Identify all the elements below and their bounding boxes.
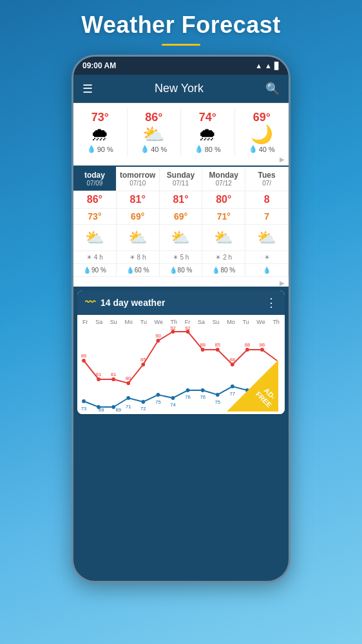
svg-point-26 [82, 399, 86, 403]
daily-header-tuesday[interactable]: Tues 07/ [245, 167, 289, 191]
hourly-icon-3: 🌙 [251, 126, 273, 144]
status-bar: 09:00 AM ▲ ▲ ▊ [73, 57, 289, 75]
daily-rain-sunday: 💧 80 % [160, 264, 203, 276]
search-icon[interactable]: 🔍 [265, 82, 280, 96]
svg-point-4 [111, 377, 115, 381]
svg-point-10 [157, 339, 160, 343]
city-name: New York [155, 82, 204, 95]
hourly-rain-3: 💧40 % [249, 145, 275, 153]
chart-area: 86 81 81 80 85 90 92 92 88 [84, 328, 278, 412]
daily-high-monday: 80° [202, 191, 245, 208]
daily-low-monday: 71° [202, 209, 245, 224]
day-label-13: Th [272, 319, 280, 325]
svg-text:86: 86 [260, 342, 265, 348]
page-title: Weather Forecast [81, 12, 280, 39]
hourly-temp-0: 73° [91, 111, 109, 124]
hourly-icon-0: 🌧 [91, 126, 109, 144]
svg-text:81: 81 [111, 372, 117, 377]
svg-text:85: 85 [140, 357, 146, 363]
daily-header-sunday[interactable]: Sunday 07/11 [160, 167, 203, 191]
svg-text:75: 75 [155, 399, 161, 405]
svg-point-22 [245, 348, 249, 352]
forecast14-section: 〰 14 day weather ⋮ Fr Sa Su Mo Tu We Th … [77, 290, 285, 414]
daily-sun-tuesday: ☀ [245, 251, 289, 263]
hourly-icon-2: 🌧 [198, 126, 216, 144]
svg-text:92: 92 [185, 325, 191, 331]
wifi-icon: ▲ [255, 62, 262, 70]
svg-point-40 [186, 388, 190, 392]
svg-point-30 [111, 405, 115, 409]
hourly-rain-0: 💧90 % [87, 145, 113, 153]
status-icons: ▲ ▲ ▊ [255, 62, 280, 70]
day-label-8: Sa [198, 319, 205, 325]
svg-point-32 [126, 396, 130, 400]
svg-point-42 [201, 388, 205, 392]
daily-high-today: 86° [73, 191, 117, 208]
svg-text:76: 76 [185, 394, 191, 400]
svg-text:86: 86 [81, 353, 87, 359]
svg-point-44 [216, 393, 220, 397]
daily-low-today: 73° [73, 209, 117, 224]
svg-text:81: 81 [96, 372, 102, 377]
daily-icon-sunday: ⛅ [160, 225, 203, 251]
svg-point-0 [82, 359, 86, 363]
hourly-temp-3: 69° [253, 111, 271, 124]
forecast14-title-text: 14 day weather [100, 298, 165, 308]
day-labels-row: Fr Sa Su Mo Tu We Th Fr Sa Su Mo Tu We T… [82, 319, 280, 325]
svg-text:73: 73 [81, 406, 87, 412]
hourly-temp-1: 86° [145, 111, 162, 124]
svg-point-38 [171, 396, 175, 400]
day-label-7: Fr [185, 319, 191, 325]
day-label-3: Mo [125, 319, 133, 325]
svg-text:80: 80 [126, 375, 131, 381]
hourly-rain-2: 💧80 % [195, 145, 221, 153]
hourly-item: 74° 🌧 💧80 % [181, 108, 235, 156]
title-underline [162, 44, 200, 46]
forecast14-header: 〰 14 day weather ⋮ [77, 290, 285, 315]
phone-frame: 09:00 AM ▲ ▲ ▊ ☰ New York 🔍 73° 🌧 💧90 % … [71, 55, 291, 583]
svg-text:90: 90 [155, 333, 161, 339]
day-label-9: Su [213, 319, 220, 325]
svg-text:74: 74 [170, 402, 176, 408]
daily-icon-monday: ⛅ [202, 225, 245, 251]
svg-point-34 [141, 400, 145, 404]
svg-text:88: 88 [200, 342, 205, 348]
hourly-temp-2: 74° [199, 111, 216, 124]
svg-point-16 [201, 348, 205, 352]
daily-header-monday[interactable]: Monday 07/12 [202, 167, 245, 191]
svg-point-18 [216, 348, 220, 352]
daily-low-tuesday: 7 [245, 209, 289, 224]
svg-text:85: 85 [214, 342, 220, 348]
hourly-rain-1: 💧40 % [140, 145, 167, 153]
hourly-item: 86° ⛅ 💧40 % [128, 108, 182, 156]
hourly-icon-1: ⛅ [142, 126, 165, 144]
svg-text:92: 92 [170, 325, 176, 331]
daily-header-today[interactable]: today 07/09 [73, 167, 117, 191]
day-label-12: We [256, 319, 265, 325]
day-label-0: Fr [82, 319, 88, 325]
hourly-section: 73° 🌧 💧90 % 86° ⛅ 💧40 % 74° 🌧 💧80 % 69° … [73, 103, 289, 166]
daily-rain-tuesday: 💧 [245, 264, 289, 276]
daily-icon-tomorrow: ⛅ [117, 225, 160, 251]
daily-low-tomorrow: 69° [117, 209, 160, 224]
daily-rain-today: 💧 90 % [73, 264, 117, 276]
svg-point-2 [97, 377, 100, 381]
app-bar: ☰ New York 🔍 [73, 75, 289, 103]
day-label-6: Th [171, 319, 178, 325]
daily-high-sunday: 81° [160, 191, 203, 208]
hourly-item: 73° 🌧 💧90 % [73, 108, 128, 156]
signal-icon: ▲ [265, 62, 272, 70]
daily-section: today 07/09 tomorrow 07/10 Sunday 07/11 … [73, 167, 289, 287]
svg-text:69: 69 [99, 407, 104, 413]
daily-sun-today: ☀ 4 h [73, 251, 117, 263]
daily-header-tomorrow[interactable]: tomorrow 07/10 [117, 167, 160, 191]
menu-icon[interactable]: ☰ [82, 82, 93, 96]
forecast14-icon: 〰 [85, 297, 95, 308]
daily-low-sunday: 69° [160, 209, 203, 224]
svg-text:71: 71 [126, 404, 131, 410]
daily-rain-tomorrow: 💧 60 % [117, 264, 160, 276]
status-time: 09:00 AM [82, 61, 116, 70]
forecast14-more-icon[interactable]: ⋮ [265, 296, 277, 310]
forecast14-chart: Fr Sa Su Mo Tu We Th Fr Sa Su Mo Tu We T… [77, 315, 285, 414]
battery-icon: ▊ [274, 62, 280, 70]
